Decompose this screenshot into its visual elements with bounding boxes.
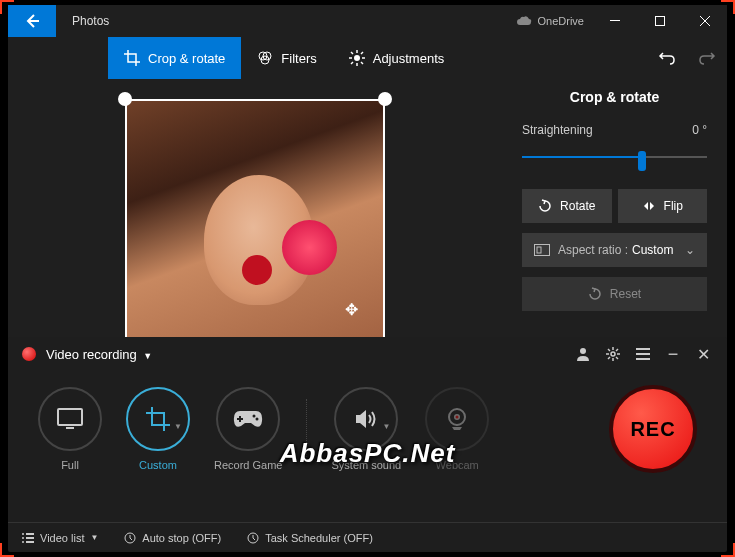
straightening-slider[interactable]	[522, 145, 707, 169]
adjustments-icon	[349, 50, 365, 66]
svg-rect-0	[610, 20, 620, 21]
clock-icon	[124, 532, 136, 544]
svg-point-42	[22, 541, 24, 543]
chevron-down-icon: ▼	[174, 422, 182, 431]
svg-rect-41	[26, 537, 34, 539]
gamepad-icon	[233, 409, 263, 429]
svg-point-17	[611, 352, 615, 356]
mode-full[interactable]: Full	[38, 387, 102, 471]
minimize-button[interactable]	[592, 5, 637, 37]
svg-rect-29	[58, 409, 82, 425]
list-icon	[22, 533, 34, 543]
flip-icon	[642, 199, 656, 213]
svg-point-5	[354, 55, 360, 61]
svg-line-11	[361, 62, 363, 64]
recorder-footer: Video list ▼ Auto stop (OFF) Task Schedu…	[8, 522, 727, 552]
straightening-value: 0 °	[692, 123, 707, 137]
tab-crop-rotate[interactable]: Crop & rotate	[108, 37, 241, 79]
reset-icon	[588, 287, 602, 301]
crop-icon	[124, 50, 140, 66]
svg-point-37	[456, 416, 459, 419]
edit-toolbar: Crop & rotate Filters Adjustments	[8, 37, 727, 79]
record-button[interactable]: REC	[609, 385, 697, 473]
chevron-down-icon: ▼	[382, 422, 390, 431]
svg-line-22	[608, 349, 610, 351]
auto-stop-button[interactable]: Auto stop (OFF)	[124, 532, 221, 544]
svg-rect-27	[636, 353, 650, 355]
slider-thumb[interactable]	[638, 151, 646, 171]
svg-line-25	[608, 357, 610, 359]
recorder-close-button[interactable]: ✕	[693, 344, 713, 364]
tab-filters[interactable]: Filters	[241, 37, 332, 79]
aspect-ratio-dropdown[interactable]: Aspect ratio : Custom ⌄	[522, 233, 707, 267]
filters-icon	[257, 50, 273, 66]
account-icon[interactable]	[573, 344, 593, 364]
redo-icon	[698, 49, 716, 67]
crop-frame[interactable]: ✥	[125, 99, 385, 349]
mode-system-sound[interactable]: ▼ System sound	[331, 387, 401, 471]
monitor-icon	[57, 408, 83, 430]
video-list-button[interactable]: Video list ▼	[22, 532, 98, 544]
panel-title: Crop & rotate	[522, 89, 707, 105]
svg-line-13	[351, 62, 353, 64]
record-indicator-icon	[22, 347, 36, 361]
tab-adjustments[interactable]: Adjustments	[333, 37, 461, 79]
recorder-window: Video recording ▼ − ✕ Full ▼ Custom	[8, 337, 727, 552]
settings-button[interactable]	[603, 344, 623, 364]
close-icon	[700, 16, 710, 26]
crop-handle-tr[interactable]	[378, 92, 392, 106]
svg-rect-1	[655, 17, 664, 26]
back-button[interactable]	[8, 5, 56, 37]
aspect-icon	[534, 244, 550, 256]
svg-point-40	[22, 537, 24, 539]
minimize-icon	[610, 16, 620, 26]
move-cursor-icon: ✥	[345, 300, 358, 319]
svg-point-38	[22, 533, 24, 535]
svg-point-33	[253, 415, 256, 418]
maximize-icon	[655, 16, 665, 26]
crop-handle-tl[interactable]	[118, 92, 132, 106]
mode-custom[interactable]: ▼ Custom	[126, 387, 190, 471]
divider	[306, 399, 307, 459]
cloud-icon	[516, 16, 532, 26]
maximize-button[interactable]	[637, 5, 682, 37]
close-button[interactable]	[682, 5, 727, 37]
app-title: Photos	[72, 14, 109, 28]
svg-line-10	[351, 52, 353, 54]
svg-rect-43	[26, 541, 34, 543]
flip-button[interactable]: Flip	[618, 189, 708, 223]
crop-icon	[146, 407, 170, 431]
svg-rect-26	[636, 348, 650, 350]
webcam-icon	[445, 407, 469, 431]
svg-rect-39	[26, 533, 34, 535]
svg-point-16	[580, 348, 586, 354]
straightening-label: Straightening	[522, 123, 593, 137]
speaker-icon	[354, 407, 378, 431]
mode-webcam[interactable]: Webcam	[425, 387, 489, 471]
recorder-mode-dropdown[interactable]: Video recording ▼	[46, 345, 152, 363]
svg-rect-30	[66, 427, 74, 429]
svg-rect-32	[237, 418, 243, 420]
undo-icon	[658, 49, 676, 67]
redo-button[interactable]	[687, 37, 727, 79]
titlebar: Photos OneDrive	[8, 5, 727, 37]
menu-icon	[636, 348, 650, 360]
photo-preview: ✥	[127, 101, 383, 349]
chevron-down-icon: ▼	[90, 533, 98, 542]
recorder-minimize-button[interactable]: −	[663, 344, 683, 364]
undo-button[interactable]	[647, 37, 687, 79]
scheduler-icon	[247, 532, 259, 544]
reset-button[interactable]: Reset	[522, 277, 707, 311]
svg-line-24	[616, 349, 618, 351]
menu-button[interactable]	[633, 344, 653, 364]
mode-record-game[interactable]: Record Game	[214, 387, 282, 471]
svg-point-34	[256, 418, 259, 421]
recorder-titlebar: Video recording ▼ − ✕	[8, 337, 727, 371]
rotate-button[interactable]: Rotate	[522, 189, 612, 223]
svg-line-23	[616, 357, 618, 359]
rotate-icon	[538, 199, 552, 213]
task-scheduler-button[interactable]: Task Scheduler (OFF)	[247, 532, 373, 544]
onedrive-status[interactable]: OneDrive	[516, 15, 584, 27]
svg-line-12	[361, 52, 363, 54]
chevron-down-icon: ▼	[143, 351, 152, 361]
